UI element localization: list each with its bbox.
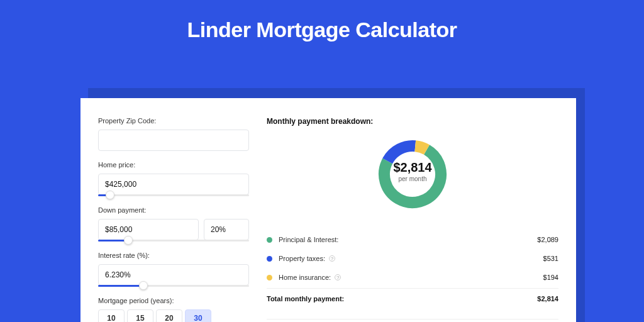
inputs-column: Property Zip Code: Home price: Down paym… — [98, 117, 249, 322]
legend-value: $194 — [543, 274, 558, 281]
results-column: Monthly payment breakdown: $2,814 per mo… — [267, 117, 558, 322]
rate-field: Interest rate (%): — [98, 252, 249, 287]
price-field: Home price: — [98, 161, 249, 196]
legend-value: $2,089 — [537, 236, 558, 243]
down-label: Down payment: — [98, 206, 249, 214]
down-slider[interactable] — [98, 240, 249, 242]
period-btn-20[interactable]: 20 — [156, 309, 182, 322]
legend-label: Property taxes: — [279, 255, 325, 262]
price-slider-thumb[interactable] — [106, 191, 114, 199]
rate-slider-thumb[interactable] — [139, 281, 148, 290]
period-btn-30[interactable]: 30 — [185, 309, 211, 322]
calculator-card: Property Zip Code: Home price: Down paym… — [80, 98, 576, 322]
zip-input[interactable] — [98, 130, 249, 151]
down-pct-input[interactable] — [204, 219, 249, 240]
period-btn-15[interactable]: 15 — [127, 309, 153, 322]
info-icon[interactable]: ? — [335, 274, 341, 280]
dot-icon — [267, 256, 272, 262]
down-field: Down payment: — [98, 206, 249, 242]
legend-label: Home insurance: — [279, 274, 331, 281]
page-title: Linder Mortgage Calculator — [0, 0, 644, 58]
legend-value: $531 — [543, 255, 558, 262]
donut-center-sub: per month — [387, 175, 438, 182]
total-value: $2,814 — [537, 295, 558, 303]
down-input[interactable] — [98, 219, 199, 240]
total-label: Total monthly payment: — [267, 295, 537, 303]
donut-center-value: $2,814 — [387, 160, 438, 175]
period-field: Mortgage period (years): 10 15 20 30 — [98, 297, 249, 322]
rate-slider-fill — [98, 285, 143, 287]
total-row: Total monthly payment: $2,814 — [267, 288, 558, 311]
legend-row-taxes: Property taxes: ? $531 — [267, 249, 558, 268]
down-slider-thumb[interactable] — [124, 236, 133, 245]
rate-input[interactable] — [98, 264, 249, 286]
donut-chart: $2,814 per month — [267, 135, 558, 214]
amortization-section: Amortization for mortgage loan Amortizat… — [267, 319, 558, 322]
period-btn-10[interactable]: 10 — [98, 309, 125, 322]
zip-label: Property Zip Code: — [98, 117, 249, 125]
dot-icon — [267, 275, 272, 280]
price-slider[interactable] — [98, 194, 249, 196]
price-input[interactable] — [98, 174, 249, 195]
dot-icon — [267, 237, 272, 243]
rate-slider[interactable] — [98, 285, 249, 287]
zip-field: Property Zip Code: — [98, 117, 249, 151]
price-label: Home price: — [98, 161, 249, 169]
rate-label: Interest rate (%): — [98, 252, 249, 259]
breakdown-title: Monthly payment breakdown: — [267, 117, 558, 126]
period-buttons: 10 15 20 30 — [98, 309, 249, 322]
legend-row-insurance: Home insurance: ? $194 — [267, 268, 558, 287]
legend-label: Principal & Interest: — [279, 236, 338, 243]
legend-row-principal: Principal & Interest: $2,089 — [267, 230, 558, 249]
period-label: Mortgage period (years): — [98, 297, 249, 304]
info-icon[interactable]: ? — [329, 255, 335, 262]
